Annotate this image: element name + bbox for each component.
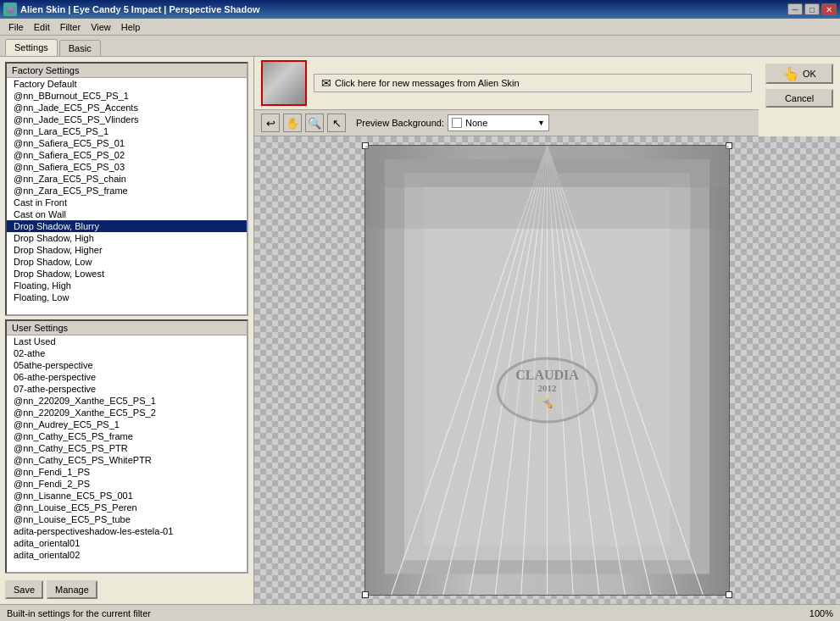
list-item[interactable]: 06-athe-perspective <box>7 371 247 383</box>
right-top: ✉ Click here for new messages from Alien… <box>254 57 759 109</box>
menu-view[interactable]: View <box>86 20 116 34</box>
dropdown-arrow-icon: ▼ <box>537 119 545 127</box>
shadow-svg <box>365 146 729 595</box>
list-item[interactable]: @nn_Safiera_EC5_PS_01 <box>7 137 247 149</box>
status-bar: Built-in settings for the current filter… <box>0 604 840 621</box>
list-item[interactable]: Cast in Front <box>7 197 247 208</box>
tool-arrow-button[interactable]: ↖ <box>327 114 346 132</box>
menu-bar: File Edit Filter View Help <box>0 19 840 36</box>
save-button[interactable]: Save <box>5 580 43 599</box>
right-panel: ✉ Click here for new messages from Alien… <box>254 57 840 604</box>
factory-settings-header: Factory Settings <box>7 64 247 78</box>
menu-filter[interactable]: Filter <box>55 20 86 34</box>
list-item[interactable]: @nn_Zara_EC5_PS_chain <box>7 173 247 185</box>
toolbar: ↩ ✋ 🔍 ↖ Preview Background: None ▼ <box>254 109 759 136</box>
title-bar: 👾 Alien Skin | Eye Candy 5 Impact | Pers… <box>0 0 840 19</box>
left-panel: Factory Settings Factory Default@nn_BBur… <box>0 57 254 604</box>
maximize-button[interactable]: □ <box>804 3 820 15</box>
preview-bg-select[interactable]: None ▼ <box>448 114 549 131</box>
list-item[interactable]: @nn_Cathy_EC5_PS_WhitePTR <box>7 454 247 466</box>
content-area: Factory Settings Factory Default@nn_BBur… <box>0 56 840 604</box>
preview-canvas: CLAUDIA 2012 🤸 <box>254 136 840 604</box>
user-settings-box: User Settings Last Used02-athe05athe-per… <box>5 319 248 574</box>
tabs-row: Settings Basic <box>0 36 840 56</box>
left-buttons: Save Manage <box>5 577 248 599</box>
list-item[interactable]: @nn_Fendi_2_PS <box>7 478 247 490</box>
close-button[interactable]: ✕ <box>821 3 837 15</box>
tab-settings[interactable]: Settings <box>5 39 58 56</box>
list-item[interactable]: @nn_Safiera_EC5_PS_02 <box>7 149 247 161</box>
ok-button[interactable]: 👆 OK <box>765 64 833 84</box>
ok-cancel-panel: 👆 OK Cancel <box>759 57 840 114</box>
list-item[interactable]: adita_oriental01 <box>7 537 247 549</box>
list-item[interactable]: Drop Shadow, Lowest <box>7 268 247 280</box>
list-item[interactable]: Last Used <box>7 335 247 347</box>
list-item[interactable]: @nn_Safiera_EC5_PS_03 <box>7 161 247 173</box>
tool-back-button[interactable]: ↩ <box>261 114 280 132</box>
menu-file[interactable]: File <box>3 20 29 34</box>
alien-skin-message-link[interactable]: ✉ Click here for new messages from Alien… <box>314 74 752 92</box>
minimize-button[interactable]: ─ <box>787 3 803 15</box>
list-item[interactable]: @nn_Cathy_EC5_PS_PTR <box>7 442 247 454</box>
menu-help[interactable]: Help <box>116 20 146 34</box>
user-settings-list[interactable]: Last Used02-athe05athe-perspective06-ath… <box>7 335 247 572</box>
right-top-row: ✉ Click here for new messages from Alien… <box>254 57 840 136</box>
tool-hand-button[interactable]: ✋ <box>283 114 302 132</box>
list-item[interactable]: Factory Default <box>7 78 247 90</box>
list-item[interactable]: @nn_220209_Xanthe_EC5_PS_2 <box>7 407 247 419</box>
tab-basic[interactable]: Basic <box>59 40 101 56</box>
list-item[interactable]: @nn_Lara_EC5_PS_1 <box>7 125 247 137</box>
list-item[interactable]: Floating, Low <box>7 291 247 303</box>
list-item[interactable]: adita_oriental02 <box>7 549 247 561</box>
list-item[interactable]: Drop Shadow, Blurry <box>7 220 247 232</box>
list-item[interactable]: @nn_BBurnout_EC5_PS_1 <box>7 90 247 102</box>
preview-bg-value: None <box>465 118 487 128</box>
main-window: Settings Basic Factory Settings Factory … <box>0 36 840 621</box>
envelope-icon: ✉ <box>321 76 331 90</box>
list-item[interactable]: @nn_Jade_EC5_PS_Accents <box>7 102 247 114</box>
menu-edit[interactable]: Edit <box>29 20 55 34</box>
list-item[interactable]: @nn_Audrey_EC5_PS_1 <box>7 419 247 430</box>
list-item[interactable]: 02-athe <box>7 347 247 359</box>
list-item[interactable]: Drop Shadow, High <box>7 232 247 244</box>
zoom-level: 100% <box>809 608 833 618</box>
list-item[interactable]: @nn_Louise_EC5_PS_tube <box>7 513 247 525</box>
list-item[interactable]: adita-perspectiveshadow-les-estela-01 <box>7 525 247 537</box>
list-item[interactable]: @nn_Cathy_EC5_PS_frame <box>7 430 247 442</box>
preview-bg-label: Preview Background: <box>356 118 444 128</box>
svg-rect-17 <box>365 146 729 229</box>
title-text: Alien Skin | Eye Candy 5 Impact | Perspe… <box>20 4 259 14</box>
list-item[interactable]: Drop Shadow, Low <box>7 256 247 268</box>
factory-settings-box: Factory Settings Factory Default@nn_BBur… <box>5 62 248 316</box>
list-item[interactable]: @nn_220209_Xanthe_EC5_PS_1 <box>7 395 247 407</box>
ok-label: OK <box>803 69 816 79</box>
list-item[interactable]: @nn_Louise_EC5_PS_Peren <box>7 502 247 513</box>
list-item[interactable]: 05athe-perspective <box>7 359 247 371</box>
window-controls[interactable]: ─ □ ✕ <box>787 3 837 15</box>
list-item[interactable]: 07-athe-perspective <box>7 383 247 395</box>
list-item[interactable]: @nn_Jade_EC5_PS_Vlinders <box>7 114 247 125</box>
list-item[interactable]: @nn_Zara_EC5_PS_frame <box>7 185 247 197</box>
alien-skin-message-text: Click here for new messages from Alien S… <box>335 78 520 88</box>
factory-settings-list[interactable]: Factory Default@nn_BBurnout_EC5_PS_1@nn_… <box>7 78 247 314</box>
list-item[interactable]: Floating, High <box>7 280 247 291</box>
app-icon: 👾 <box>3 3 17 16</box>
tool-zoom-button[interactable]: 🔍 <box>305 114 324 132</box>
list-item[interactable]: Drop Shadow, Higher <box>7 244 247 256</box>
color-swatch <box>452 118 462 128</box>
list-item[interactable]: @nn_Fendi_1_PS <box>7 466 247 478</box>
list-item[interactable]: @nn_Lisanne_EC5_PS_001 <box>7 490 247 502</box>
list-item[interactable]: Cast on Wall <box>7 208 247 220</box>
preview-thumbnail <box>261 60 307 106</box>
manage-button[interactable]: Manage <box>47 580 97 599</box>
user-settings-header: User Settings <box>7 321 247 335</box>
hand-pointer-icon: 👆 <box>782 66 799 82</box>
status-message: Built-in settings for the current filter <box>7 608 151 618</box>
cancel-button[interactable]: Cancel <box>765 89 833 108</box>
